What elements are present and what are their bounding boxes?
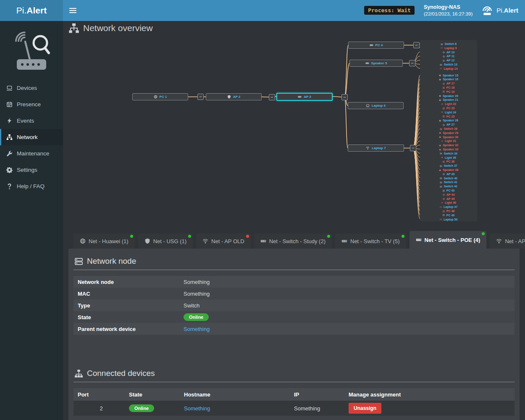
device-item[interactable]: ◉Speaker 32 <box>420 143 477 147</box>
hamburger-menu-icon[interactable] <box>63 0 82 21</box>
device-item[interactable]: ⊡PC 18 <box>420 86 477 89</box>
device-item[interactable]: ▤Switch 41 <box>420 180 477 184</box>
brand-logo[interactable]: Pi.Alert <box>0 0 63 21</box>
device-item[interactable]: ⊡PC 25 <box>420 115 477 118</box>
row-value: Switch <box>184 302 200 309</box>
device-item[interactable]: ▭Laptop 50 <box>420 218 477 221</box>
device-item[interactable]: ▤Switch 37 <box>420 164 477 168</box>
sidebar-item-devices[interactable]: Devices <box>0 80 63 96</box>
device-item[interactable]: ◍AP 45 <box>420 197 477 201</box>
host-info: Synology-NAS (22/01/2023, 16:27:39) <box>424 4 472 17</box>
device-item[interactable]: ◉Speaker 16 <box>420 77 477 81</box>
sidebar-item-events[interactable]: Events <box>0 113 63 129</box>
hostname-link[interactable]: Something <box>184 405 210 412</box>
question-icon <box>6 183 13 189</box>
table-row: 2 Online Something Something Unassign <box>74 401 514 416</box>
device-item[interactable]: ◍AP 11 <box>420 54 477 58</box>
tab-net-switch-tv[interactable]: Net - Switch - TV (5) <box>335 234 406 249</box>
device-item[interactable]: ◍AP 17 <box>420 81 477 85</box>
tab-content-panel: Network node Network node Something MAC … <box>68 249 520 420</box>
device-item[interactable]: ▤Switch 28 <box>420 127 477 131</box>
sidebar-item-label: Network <box>17 134 38 140</box>
sidebar-item-help[interactable]: Help / FAQ <box>0 178 63 194</box>
device-item[interactable]: ◍AP 39 <box>420 172 477 176</box>
device-item[interactable]: ⊡PC 48 <box>420 209 477 213</box>
device-item[interactable]: ▭Laptop 14 <box>420 67 477 71</box>
wifi-icon: ◍ <box>443 193 445 196</box>
device-item[interactable]: ✦Light 24 <box>420 110 477 114</box>
calendar-icon <box>6 101 13 108</box>
device-item[interactable]: ◉Speaker 20 <box>420 94 477 98</box>
tab-label: Net - Switch - TV (5) <box>350 238 400 244</box>
diagram-node-laptop-7[interactable]: Laptop 7 <box>348 144 404 152</box>
device-item[interactable]: ◍AP 12 <box>420 58 477 62</box>
sidebar-item-maintenance[interactable]: Maintenance <box>0 145 63 162</box>
device-label: Speaker 38 <box>443 168 458 171</box>
device-item[interactable]: ◍AP 44 <box>420 193 477 197</box>
unassign-button[interactable]: Unassign <box>349 403 381 414</box>
diagram-node-pc-1[interactable]: PC 1 <box>132 93 188 100</box>
device-item[interactable]: ⊡PC 19 <box>420 90 477 94</box>
light-icon: ✦ <box>441 111 443 113</box>
device-item[interactable]: ✦Light 31 <box>420 139 477 143</box>
diagram-node-ap-3[interactable]: AP 3 <box>276 93 333 101</box>
device-label: PC 19 <box>446 90 454 93</box>
device-item[interactable]: ✦Light 46 <box>420 201 477 205</box>
device-item[interactable]: ⊡PC 36 <box>420 160 477 163</box>
tab-net-ap[interactable]: Net - AP (36) <box>490 234 525 249</box>
device-item[interactable]: ▭Laptop 9 <box>420 46 477 50</box>
device-list-panel: ▤Switch 8▭Laptop 9◍AP 10◍AP 11◍AP 12▤Swi… <box>420 40 477 221</box>
device-item[interactable]: ▭Laptop 47 <box>420 205 477 209</box>
switch-icon: ▤ <box>440 165 442 167</box>
collapse-toggle[interactable]: − <box>409 60 415 66</box>
collapse-toggle[interactable]: − <box>197 94 204 100</box>
device-item[interactable]: ⊡PC 43 <box>420 189 477 192</box>
sidebar-menu: Devices Presence Events Network Maintena… <box>0 80 63 194</box>
collapse-toggle[interactable]: − <box>341 94 348 100</box>
device-item[interactable]: ◍AP 27 <box>420 123 477 126</box>
device-item[interactable]: ▤Switch 42 <box>420 184 477 188</box>
diagram-node-ap-2[interactable]: AP 2 <box>206 93 262 100</box>
device-item[interactable]: ▤Switch 8 <box>420 42 477 46</box>
sidebar-item-settings[interactable]: Settings <box>0 162 63 178</box>
diagram-node-laptop-6[interactable]: Laptop 6 <box>348 102 404 109</box>
tab-net-switch-poe[interactable]: Net - Switch - POE (4) <box>410 231 487 249</box>
tab-net-huawei[interactable]: Net - Huawei (1) <box>74 234 135 249</box>
diagram-node-pc-4[interactable]: PC 4 <box>348 42 404 49</box>
device-item[interactable]: ◉Speaker 21 <box>420 98 477 102</box>
device-item[interactable]: ◉Speaker 29 <box>420 131 477 135</box>
sidebar-item-presence[interactable]: Presence <box>0 96 63 113</box>
device-item[interactable]: ◍AP 10 <box>420 50 477 54</box>
network-icon <box>6 134 13 140</box>
device-item[interactable]: ◉Speaker 30 <box>420 135 477 139</box>
brand-suffix: Alert <box>504 7 518 14</box>
device-item[interactable]: ◉Speaker 38 <box>420 168 477 172</box>
device-item[interactable]: ◉Speaker 33 <box>420 147 477 151</box>
collapse-toggle[interactable]: − <box>410 145 416 151</box>
device-item[interactable]: ▤Switch 13 <box>420 63 477 66</box>
device-item[interactable]: ◉Speaker 15 <box>420 74 477 77</box>
sidebar-item-network[interactable]: Network <box>0 129 63 145</box>
device-item[interactable]: ✦Light 22 <box>420 102 477 106</box>
device-item[interactable]: ◉Speaker 26 <box>420 118 477 122</box>
speaker-icon: ◉ <box>439 148 441 151</box>
parent-device-link[interactable]: Something <box>184 326 210 332</box>
tab-net-switch-study[interactable]: Net - Switch - Study (2) <box>254 234 332 249</box>
collapse-toggle[interactable]: − <box>269 94 275 100</box>
device-item[interactable]: ⊡PC 23 <box>420 106 477 110</box>
column-header-port: Port <box>74 391 129 398</box>
diagram-node-speaker-5[interactable]: Speaker 5 <box>349 60 403 67</box>
device-label: Laptop 14 <box>444 67 457 70</box>
tab-label: Net - Huawei (1) <box>89 238 129 244</box>
collapse-toggle[interactable]: − <box>413 42 420 48</box>
device-item[interactable]: ⊡PC 49 <box>420 213 477 217</box>
switch-icon <box>298 95 302 99</box>
tab-net-ap-old[interactable]: Net - AP OLD <box>196 234 251 249</box>
tab-net-usg[interactable]: Net - USG (1) <box>138 234 193 249</box>
device-item[interactable]: ▤Switch 34 <box>420 152 477 155</box>
device-item[interactable]: ✦Light 35 <box>420 156 477 160</box>
device-item[interactable]: ▤Switch 40 <box>420 176 477 180</box>
wifi-icon: ◍ <box>443 51 445 53</box>
light-icon: ✦ <box>441 202 443 204</box>
speaker-icon: ◉ <box>439 74 441 76</box>
